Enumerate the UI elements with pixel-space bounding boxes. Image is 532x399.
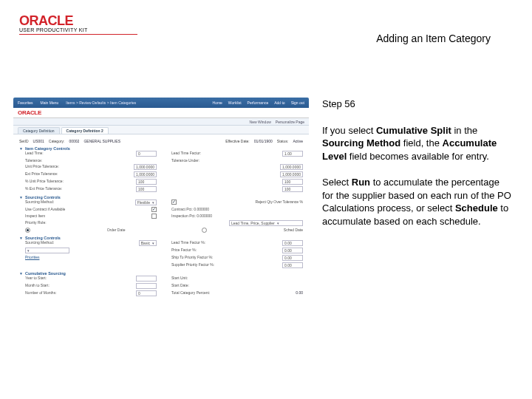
lbl-inspect-item: Inspect Item — [25, 214, 45, 219]
app-nav-bar: Favorites Main Menu Items > Review Defau… — [13, 98, 309, 108]
lbl-order-date: Order Date — [107, 228, 126, 233]
collapse-icon[interactable]: ▼ — [19, 146, 23, 151]
inp-number-of-months[interactable]: 0 — [136, 290, 157, 296]
lbl-lead-time-factor-pct: Lead Time Factor %: — [171, 240, 205, 246]
lbl-start-date: Start Date: — [171, 283, 189, 289]
lbl-sched-date: Sched Date — [284, 228, 303, 233]
lbl-start-unit: Start Unit: — [171, 276, 188, 282]
val-status: Active — [293, 139, 303, 143]
lbl-total-category-percent: Total Category Percent: — [171, 290, 210, 296]
chk-reject-qty[interactable] — [171, 200, 177, 205]
tab-category-definition[interactable]: Category Definition — [18, 127, 60, 134]
sel-sourcing-method-2[interactable]: Basic — [139, 240, 157, 246]
lbl-month-to-start: Month to Start: — [25, 283, 50, 289]
inp-month-to-start[interactable] — [136, 283, 157, 289]
link-new-window[interactable]: New Window — [250, 120, 271, 124]
nav-breadcrumb: Items > Review Defaults > Item Categorie… — [66, 100, 136, 105]
inp-unit-price-tol-under[interactable]: 1,000.0000 — [280, 164, 303, 170]
val-total-category-percent: 0.00 — [296, 290, 303, 296]
inp-price-factor-pct[interactable]: 0.00 — [282, 248, 303, 253]
app-subbar: New Window Personalize Page — [13, 118, 309, 126]
brand-wordmark: ORACLE — [19, 13, 137, 29]
lbl-effdate: Effective Date: — [225, 139, 249, 143]
inp-pct-ext-price-tol[interactable]: 100 — [136, 186, 157, 192]
radio-sched-date[interactable] — [202, 228, 207, 233]
inp-lead-time-factor[interactable]: 1.00 — [282, 151, 303, 157]
lbl-pct-unit-price-tol: % Unit Price Tolerance: — [25, 179, 64, 185]
link-personalize[interactable]: Personalize Page — [276, 120, 304, 124]
page-title: Adding an Item Category — [376, 33, 491, 44]
lbl-sourcing-method-2: Sourcing Method: — [25, 240, 54, 246]
lbl-category: Category: — [49, 139, 65, 143]
sel-priority-rule[interactable]: Lead Time, Price, Supplier — [229, 220, 303, 226]
lbl-number-of-months: Number of Months: — [25, 290, 57, 296]
step-label: Step 56 — [322, 98, 513, 111]
lbl-setid: SetID — [19, 139, 29, 143]
lbl-pct-ext-price-tol: % Ext Price Tolerance: — [25, 186, 62, 192]
sel-accumulate-level[interactable] — [25, 248, 69, 253]
val-category-id: 00002 — [69, 139, 80, 143]
inp-pct-ext-price-tol-under[interactable]: 100 — [282, 186, 303, 192]
lbl-shipto-priority-factor: Ship To Priority Factor %: — [171, 255, 213, 261]
val-setid: US001 — [33, 139, 44, 143]
instruction-para-2: Select Run to accumulate the percentage … — [322, 176, 513, 228]
sel-sourcing-method[interactable]: Flexible — [135, 200, 157, 205]
brand-logo: ORACLE USER PRODUCTIVITY KIT — [19, 13, 137, 35]
instruction-para-1: If you select Cumulative Split in the So… — [322, 124, 513, 163]
lbl-supplier-priority-factor: Supplier Priority Factor %: — [171, 262, 214, 268]
inp-shipto-priority-factor[interactable]: 0.00 — [282, 255, 303, 261]
lbl-ext-price-tol: Ext Price Tolerance: — [25, 171, 58, 177]
nav-sign-out[interactable]: Sign out — [291, 100, 304, 105]
collapse-icon[interactable]: ▼ — [19, 195, 23, 200]
val-category-name: GENERAL SUPPLIES — [83, 139, 120, 143]
lbl-price-factor-pct: Price Factor %: — [171, 248, 197, 253]
nav-performance[interactable]: Performance — [248, 100, 269, 105]
link-priorities[interactable]: Priorities — [25, 255, 39, 261]
inp-pct-unit-price-tol[interactable]: 100 — [136, 179, 157, 185]
collapse-icon[interactable]: ▼ — [19, 236, 23, 240]
nav-favorites[interactable]: Favorites — [18, 100, 33, 105]
tab-category-definition-2[interactable]: Category Definition 2 — [61, 127, 109, 134]
nav-main-menu[interactable]: Main Menu — [41, 100, 59, 105]
inp-unit-price-tol[interactable]: 1,000.0000 — [134, 164, 157, 170]
inp-pct-unit-price-tol-under[interactable]: 100 — [282, 179, 303, 185]
inp-lead-time[interactable]: 0 — [136, 151, 157, 157]
lbl-sourcing-method: Sourcing Method: — [25, 200, 54, 205]
embedded-screenshot: Favorites Main Menu Items > Review Defau… — [13, 98, 309, 304]
lbl-priority-rule: Priority Rule: — [25, 220, 47, 226]
nav-home[interactable]: Home — [213, 100, 222, 105]
radio-order-date[interactable] — [25, 228, 30, 233]
brand-subtitle: USER PRODUCTIVITY KIT — [19, 27, 137, 33]
inp-lead-time-factor-pct[interactable]: 0.00 — [282, 240, 303, 246]
lbl-reject-qty: Reject Qty Over Tolerance % — [256, 200, 303, 205]
tab-row: Category Definition Category Definition … — [13, 126, 309, 134]
lbl-tolerance: Tolerance: — [25, 158, 42, 163]
context-row: SetID US001 Category: 00002 GENERAL SUPP… — [19, 139, 303, 143]
lbl-lead-time: Lead Time: — [25, 151, 44, 157]
app-brand-bar: ORACLE — [13, 108, 309, 118]
lbl-year-to-start: Year to Start: — [25, 276, 47, 282]
chk-inspect-item[interactable] — [151, 214, 157, 219]
lbl-inspection-pct: Inspection Pct: 0.000000 — [171, 214, 212, 219]
collapse-icon[interactable]: ▼ — [19, 271, 23, 276]
nav-worklist[interactable]: Worklist — [228, 100, 242, 105]
lbl-use-contract: Use Contract if Available — [25, 207, 65, 212]
inp-supplier-priority-factor[interactable]: 0.00 — [282, 262, 303, 268]
chk-use-contract[interactable] — [151, 207, 157, 212]
lbl-tolerance-under: Tolerance Under: — [171, 158, 200, 163]
lbl-status: Status: — [277, 139, 289, 143]
instruction-column: Step 56 If you select Cumulative Split i… — [322, 98, 513, 304]
lbl-contract-pct: Contract Pct: 0.000000 — [171, 207, 209, 212]
nav-add-to[interactable]: Add to — [274, 100, 284, 105]
inp-ext-price-tol-under[interactable]: 1,000.0000 — [280, 171, 303, 177]
lbl-unit-price-tol: Unit Price Tolerance: — [25, 164, 59, 170]
brand-underline — [19, 34, 137, 35]
app-brand: ORACLE — [18, 109, 41, 116]
inp-year-to-start[interactable] — [136, 276, 157, 282]
inp-ext-price-tol[interactable]: 1,000.0000 — [134, 171, 157, 177]
lbl-lead-time-factor: Lead Time Factor: — [171, 151, 201, 157]
val-effdate: 01/01/1900 — [254, 139, 273, 143]
